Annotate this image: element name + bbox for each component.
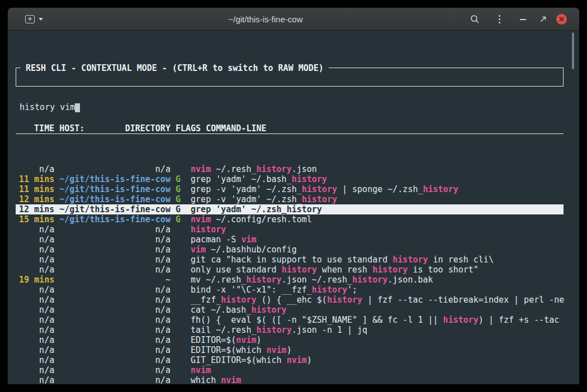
match-highlight: nvim [267, 345, 287, 355]
row-time: n/a [19, 245, 54, 255]
history-row[interactable]: n/a n/a cat ~/.bash_history [16, 305, 564, 315]
row-command: history [191, 224, 226, 235]
window-title: ~/git/this-is-fine-cow [75, 8, 456, 31]
row-directory: n/a [59, 245, 171, 255]
row-flags [176, 235, 181, 245]
match-highlight: history [312, 285, 347, 295]
text-cursor [75, 103, 80, 112]
row-flags [176, 365, 181, 375]
row-flags [176, 295, 181, 305]
row-command: only use standard history when resh hist… [191, 265, 479, 275]
history-list: n/a n/a nvim ~/.resh_history.json11 mins… [16, 164, 564, 384]
titlebar[interactable]: + ~/git/this-is-fine-cow [8, 8, 579, 31]
row-time: n/a [19, 355, 54, 365]
history-row[interactable]: 11 mins ~/git/this-is-fine-cow G grep -v… [16, 184, 564, 194]
history-row[interactable]: 19 mins ~ mv ~/.resh_history.json ~/.res… [16, 275, 564, 285]
row-command: grep -v 'yadm' ~/.zsh_history [191, 194, 337, 204]
history-row[interactable]: n/a n/a EDITOR=$(which nvim) [16, 345, 564, 355]
terminal-content: RESH CLI - CONTEXTUAL MODE - (CTRL+R to … [8, 31, 579, 384]
row-directory: n/a [59, 365, 171, 375]
history-row[interactable]: n/a n/a history [16, 224, 564, 235]
row-time: 12 mins [19, 204, 54, 214]
row-directory: n/a [59, 375, 171, 384]
search-button[interactable] [468, 13, 481, 26]
history-row[interactable]: n/a n/a GIT_EDITOR=$(which nvim) [16, 355, 564, 365]
row-directory: n/a [59, 164, 171, 174]
menu-button[interactable] [493, 13, 506, 26]
match-highlight: history [287, 204, 322, 214]
row-command: vim ~/.bashhub/config [191, 245, 297, 255]
history-row[interactable]: n/a n/a nvim ~/.resh_history.json [16, 164, 564, 174]
row-command: bind -x '"\C-x1": __fzf_history'; [191, 285, 357, 295]
row-flags [176, 245, 181, 255]
history-row[interactable]: n/a n/a git ca "hack in support to use s… [16, 255, 564, 265]
row-directory: n/a [59, 325, 171, 335]
row-directory: n/a [59, 255, 171, 265]
row-time: n/a [19, 255, 54, 265]
row-directory: n/a [59, 335, 171, 345]
match-highlight: history [246, 275, 281, 285]
row-command: grep 'yadm' ~/.bash_history [191, 174, 327, 184]
row-directory: n/a [59, 305, 171, 315]
new-tab-button[interactable]: + [21, 12, 47, 26]
row-flags [176, 345, 181, 355]
history-row[interactable]: 12 mins ~/git/this-is-fine-cow G grep -v… [16, 194, 564, 204]
row-time: n/a [19, 164, 54, 174]
search-query-input[interactable]: history vim [20, 102, 75, 112]
row-flags [176, 325, 181, 335]
row-time: n/a [19, 224, 54, 235]
match-highlight: history [191, 224, 226, 235]
restore-button[interactable] [536, 13, 550, 26]
row-command: GIT_EDITOR=$(which nvim) [191, 355, 312, 365]
row-time: n/a [19, 345, 54, 355]
close-button[interactable]: ✕ [556, 14, 567, 25]
match-highlight: history [256, 164, 291, 174]
row-command: __fzf_history () { __ehc $(history | fzf… [191, 295, 564, 305]
match-highlight: history [256, 325, 291, 335]
scrollbar-thumb[interactable] [572, 32, 574, 69]
history-row-selected[interactable]: 12 mins ~/git/this-is-fine-cow G grep 'y… [16, 204, 564, 214]
row-flags: G [176, 174, 181, 184]
minimize-icon [520, 19, 526, 20]
row-command: pacman -S vim [191, 235, 256, 245]
history-row[interactable]: 11 mins ~/git/this-is-fine-cow G grep 'y… [16, 174, 564, 184]
row-command: fh() { eval $( ([ -n "$ZSH_NAME" ] && fc… [191, 315, 559, 325]
row-command: cat ~/.bash_history [191, 305, 287, 315]
match-highlight: history [423, 184, 458, 194]
row-flags: G [176, 194, 181, 204]
history-row[interactable]: n/a n/a bind -x '"\C-x1": __fzf_history'… [16, 285, 564, 295]
history-row[interactable]: n/a n/a tail ~/.resh_history.json -n 1 |… [16, 325, 564, 335]
row-time: n/a [19, 365, 54, 375]
history-row[interactable]: n/a n/a __fzf_history () { __ehc $(histo… [16, 295, 564, 305]
row-flags [176, 164, 181, 174]
match-highlight: vim [241, 235, 256, 245]
row-command: mv ~/.resh_history.json ~/.resh_history.… [191, 275, 433, 285]
history-row[interactable]: n/a n/a EDITOR=$(nvim) [16, 335, 564, 345]
match-highlight: history [372, 265, 408, 275]
row-command: nvim ~/.resh_history.json [191, 164, 317, 174]
row-directory: ~/git/this-is-fine-cow [59, 184, 171, 194]
history-row[interactable]: 15 mins ~/git/this-is-fine-cow G nvim ~/… [16, 214, 564, 224]
row-directory: n/a [59, 355, 171, 365]
row-flags [176, 355, 181, 365]
row-directory: n/a [59, 224, 171, 235]
history-row[interactable]: n/a n/a vim ~/.bashhub/config [16, 245, 564, 255]
history-row[interactable]: n/a n/a nvim [16, 365, 564, 375]
minimize-button[interactable] [516, 13, 529, 26]
row-command: git ca "hack in support to use standard … [191, 255, 494, 265]
match-highlight: history [392, 255, 428, 265]
match-highlight: nvim [221, 375, 241, 384]
match-highlight: nvim [191, 214, 211, 224]
row-command: EDITOR=$(which nvim) [191, 345, 292, 355]
row-command: nvim ~/.config/resh.toml [191, 214, 312, 224]
history-row[interactable]: n/a n/a which nvim [16, 375, 564, 384]
history-row[interactable]: n/a n/a only use standard history when r… [16, 265, 564, 275]
row-directory: ~/git/this-is-fine-cow [59, 174, 171, 184]
match-highlight: history [352, 275, 387, 285]
history-row[interactable]: n/a n/a fh() { eval $( ([ -n "$ZSH_NAME"… [16, 315, 564, 325]
row-flags: G [176, 184, 181, 194]
history-row[interactable]: n/a n/a pacman -S vim [16, 235, 564, 245]
row-command: tail ~/.resh_history.json -n 1 | jq [191, 325, 367, 335]
search-box[interactable]: RESH CLI - CONTEXTUAL MODE - (CTRL+R to … [16, 68, 564, 87]
close-icon: ✕ [558, 16, 565, 23]
